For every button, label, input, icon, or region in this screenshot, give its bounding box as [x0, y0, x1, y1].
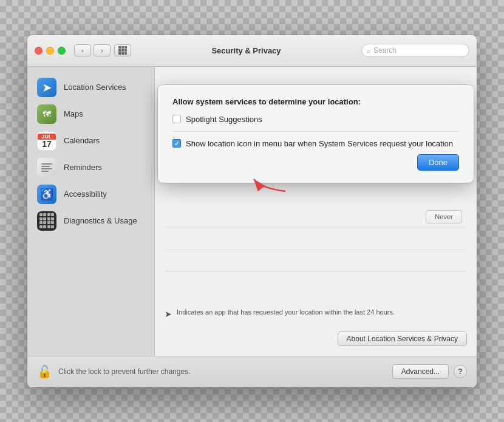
annotation-arrow	[243, 164, 291, 194]
right-panel: Allow system services to determine your …	[155, 67, 477, 356]
sidebar-item-label: Location Services	[64, 83, 126, 92]
advanced-button[interactable]: Advanced...	[392, 364, 449, 379]
spotlight-checkbox[interactable]	[172, 115, 181, 123]
sidebar-item-label: Accessibility	[64, 189, 107, 199]
forward-button[interactable]: ›	[94, 44, 111, 56]
spotlight-checkbox-row[interactable]: Spotlight Suggestions	[172, 115, 459, 124]
show-location-icon-checkbox[interactable]: ✓	[172, 139, 181, 148]
grid-icon	[118, 46, 127, 55]
accessibility-icon: ♿	[37, 185, 56, 204]
location-icon: ➤	[37, 78, 56, 97]
diagnostics-icon	[37, 211, 56, 231]
modal-divider	[172, 131, 459, 132]
done-button[interactable]: Done	[417, 154, 459, 171]
maps-icon: 🗺	[37, 104, 56, 124]
minimize-button[interactable]	[46, 47, 54, 55]
show-location-icon-checkbox-row[interactable]: ✓ Show location icon in menu bar when Sy…	[172, 139, 459, 148]
chevron-left-icon: ‹	[81, 47, 84, 54]
sidebar-item-diagnostics[interactable]: Diagnostics & Usage	[27, 208, 154, 234]
calendar-icon: JUL 17	[37, 131, 56, 151]
back-button[interactable]: ‹	[74, 44, 91, 56]
grid-view-button[interactable]	[114, 44, 131, 56]
reminders-icon	[37, 158, 56, 177]
sidebar: ➤ Location Services 🗺 Maps JUL 17 Calend…	[27, 67, 155, 356]
search-icon: ⌕	[367, 47, 371, 54]
main-window: ‹ › Security & Privacy ⌕ Search ➤	[27, 35, 477, 387]
sidebar-item-reminders[interactable]: Reminders	[27, 154, 154, 181]
main-content: ➤ Location Services 🗺 Maps JUL 17 Calend…	[27, 67, 477, 356]
window-title: Security & Privacy	[131, 46, 361, 55]
search-placeholder: Search	[373, 46, 397, 55]
modal-title: Allow system services to determine your …	[172, 97, 459, 106]
location-services-modal: Allow system services to determine your …	[158, 85, 474, 183]
lock-text: Click the lock to prevent further change…	[58, 367, 392, 376]
sidebar-item-accessibility[interactable]: ♿ Accessibility	[27, 181, 154, 208]
maximize-button[interactable]	[58, 47, 66, 55]
close-button[interactable]	[35, 47, 43, 55]
spotlight-checkbox-label: Spotlight Suggestions	[186, 115, 262, 124]
help-button[interactable]: ?	[454, 365, 467, 378]
sidebar-item-calendars[interactable]: JUL 17 Calendars	[27, 128, 154, 154]
lock-icon[interactable]: 🔓	[37, 364, 52, 379]
traffic-lights	[35, 47, 66, 55]
bottom-bar: 🔓 Click the lock to prevent further chan…	[27, 356, 477, 387]
modal-overlay: Allow system services to determine your …	[155, 67, 477, 356]
search-box[interactable]: ⌕ Search	[361, 44, 469, 57]
sidebar-item-label: Diagnostics & Usage	[64, 216, 137, 225]
chevron-right-icon: ›	[101, 47, 103, 54]
show-location-icon-checkbox-label: Show location icon in menu bar when Syst…	[186, 139, 453, 148]
modal-footer: Done	[172, 154, 459, 171]
sidebar-item-label: Calendars	[64, 136, 100, 145]
sidebar-item-label: Maps	[64, 109, 83, 118]
sidebar-item-label: Reminders	[64, 163, 102, 172]
nav-buttons: ‹ ›	[74, 44, 111, 56]
titlebar: ‹ › Security & Privacy ⌕ Search	[27, 35, 477, 67]
sidebar-item-location[interactable]: ➤ Location Services	[27, 74, 154, 101]
sidebar-item-maps[interactable]: 🗺 Maps	[27, 101, 154, 128]
